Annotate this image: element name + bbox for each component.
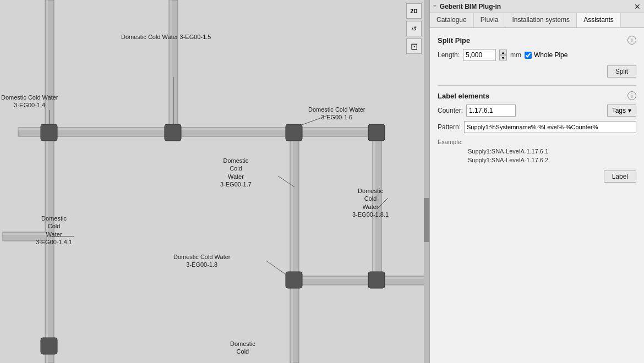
svg-rect-4 <box>46 128 48 363</box>
rotate-button[interactable]: ↺ <box>406 21 422 36</box>
cad-toolbar: 2D ↺ ⊡ <box>406 3 422 54</box>
panel-title: Geberit BIM Plug-in <box>440 3 634 10</box>
svg-rect-14 <box>290 277 427 279</box>
counter-input[interactable] <box>466 105 516 117</box>
pipe-diagram-svg <box>0 0 429 363</box>
split-button[interactable]: Split <box>607 65 636 78</box>
split-pipe-info-icon[interactable]: i <box>627 36 636 45</box>
fit-view-button[interactable]: ⊡ <box>406 38 422 54</box>
svg-rect-21 <box>286 124 302 141</box>
svg-rect-12 <box>291 280 293 363</box>
svg-rect-6 <box>46 0 48 129</box>
svg-rect-16 <box>373 128 375 282</box>
cad-scrollbar[interactable] <box>424 0 429 363</box>
split-btn-row: Split <box>438 65 636 78</box>
example-line-1: Supply1:SNA-LevelA-1.17.6.1 <box>468 147 636 156</box>
whole-pipe-label: Whole Pipe <box>534 51 567 59</box>
close-button[interactable]: ✕ <box>634 2 641 11</box>
example-label: Example: <box>438 139 463 145</box>
svg-rect-20 <box>165 124 181 141</box>
svg-rect-18 <box>3 233 47 235</box>
pattern-row: Pattern: <box>438 121 636 133</box>
unit-label: mm <box>510 51 521 59</box>
svg-rect-2 <box>18 128 379 130</box>
spinner-down[interactable]: ▼ <box>499 55 507 61</box>
panel-content: Split Pipe i Length: ▲ ▼ mm Whole Pipe S… <box>430 28 644 363</box>
length-row: Length: ▲ ▼ mm Whole Pipe <box>438 49 636 61</box>
length-input[interactable] <box>463 49 496 61</box>
svg-rect-25 <box>41 338 57 354</box>
example-lines: Supply1:SNA-LevelA-1.17.6.1 Supply1:SNA-… <box>468 147 636 165</box>
tags-chevron-icon: ▾ <box>628 107 631 114</box>
pattern-label: Pattern: <box>438 123 461 131</box>
label-elements-header: Label elements i <box>438 91 636 100</box>
split-pipe-header: Split Pipe i <box>438 36 636 45</box>
title-bar: = Geberit BIM Plug-in ✕ <box>430 0 644 13</box>
zoom-2d-button[interactable]: 2D <box>406 3 422 19</box>
svg-rect-8 <box>170 0 172 128</box>
label-btn-row: Label <box>438 170 636 183</box>
example-container: Example: Supply1:SNA-LevelA-1.17.6.1 Sup… <box>438 138 636 165</box>
tags-label: Tags <box>612 107 626 114</box>
right-panel: = Geberit BIM Plug-in ✕ Catalogue Pluvia… <box>429 0 644 363</box>
split-pipe-title: Split Pipe <box>438 36 470 45</box>
pin-button[interactable]: = <box>433 3 436 9</box>
svg-rect-22 <box>368 124 385 141</box>
tags-button[interactable]: Tags ▾ <box>607 105 636 117</box>
svg-rect-10 <box>291 128 293 282</box>
length-label: Length: <box>438 51 460 59</box>
cad-drawing-area[interactable]: Domestic Cold Water 3-EG00-1.5 Domestic … <box>0 0 429 363</box>
length-spinner[interactable]: ▲ ▼ <box>499 50 507 61</box>
counter-label: Counter: <box>438 107 463 114</box>
tab-assistants[interactable]: Assistants <box>577 13 621 28</box>
pattern-input[interactable] <box>464 121 636 133</box>
svg-rect-24 <box>368 272 385 288</box>
tabs-container: Catalogue Pluvia Installation systems As… <box>430 13 644 28</box>
tab-pluvia[interactable]: Pluvia <box>474 13 506 28</box>
scroll-thumb[interactable] <box>424 198 429 242</box>
example-line-2: Supply1:SNA-LevelA-1.17.6.2 <box>468 156 636 165</box>
whole-pipe-row: Whole Pipe <box>525 51 567 59</box>
label-elements-info-icon[interactable]: i <box>627 91 636 100</box>
label-elements-title: Label elements <box>438 92 489 100</box>
svg-rect-19 <box>41 124 57 141</box>
section-separator <box>438 85 636 86</box>
tab-installation-systems[interactable]: Installation systems <box>505 13 577 28</box>
spinner-up[interactable]: ▲ <box>499 50 507 55</box>
whole-pipe-checkbox[interactable] <box>525 52 532 59</box>
svg-rect-0 <box>3 0 427 363</box>
label-button[interactable]: Label <box>604 170 636 183</box>
counter-row: Counter: Tags ▾ <box>438 105 636 117</box>
tab-catalogue[interactable]: Catalogue <box>430 13 474 28</box>
